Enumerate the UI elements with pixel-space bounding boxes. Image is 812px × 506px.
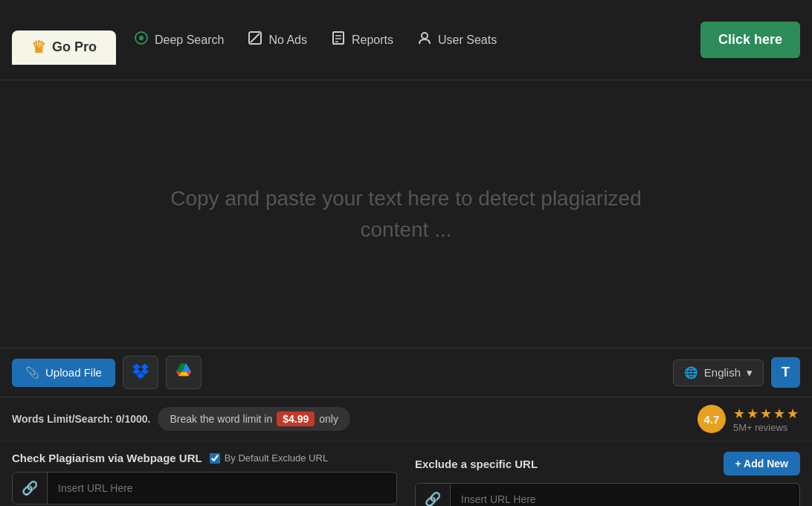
dropbox-icon [132,362,149,382]
url-left-col: Check Plagiarism via Webpage URL By Defa… [12,452,397,505]
feature-no-ads: No Ads [248,31,307,49]
deep-search-icon [134,31,149,49]
checkbox-text: By Default Exclude URL [225,452,328,464]
word-limit-text: Words Limit/Search: 0/1000. [12,413,150,425]
url-input-row-right: 🔗 [415,483,800,506]
user-seats-label: User Seats [438,33,497,47]
promo-suffix: only [319,413,338,425]
gdrive-button[interactable] [166,356,202,389]
go-pro-badge[interactable]: ♛ Go Pro [12,31,116,65]
url-input-right[interactable] [451,486,799,506]
url-left-label: Check Plagiarism via Webpage URL By Defa… [12,452,397,464]
gdrive-icon [175,362,192,382]
rating-stars: ★★★★★ [733,406,800,422]
user-seats-icon [417,31,432,49]
word-limit-promo[interactable]: Break the word limit in $4.99 only [158,407,349,431]
exclude-url-label: Exclude a specific URL [415,458,538,470]
chevron-down-icon: ▾ [747,366,753,380]
link-icon-right: 🔗 [416,484,451,506]
link-icon-left: 🔗 [13,473,48,504]
feature-deep-search: Deep Search [134,31,224,49]
exclude-url-checkbox-label[interactable]: By Default Exclude URL [210,452,328,464]
word-limit-bar: Words Limit/Search: 0/1000. Break the wo… [0,397,812,441]
text-format-icon: T [782,365,790,380]
check-plagiarism-label: Check Plagiarism via Webpage URL [12,452,202,464]
top-features: Deep Search No Ads Reports [134,31,683,49]
feature-user-seats: User Seats [417,31,497,49]
text-input-area[interactable]: Copy and paste your text here to detect … [0,80,812,348]
paperclip-icon: 📎 [25,366,39,380]
url-right-col: Exclude a specific URL + Add New 🔗 [415,452,800,506]
crown-icon: ♛ [31,38,46,57]
review-count: 5M+ reviews [733,422,800,433]
exclude-url-checkbox[interactable] [210,453,220,464]
language-selector[interactable]: 🌐 English ▾ [673,359,764,386]
go-pro-label: Go Pro [52,39,97,55]
no-ads-icon [248,31,262,49]
no-ads-label: No Ads [268,33,307,47]
deep-search-label: Deep Search [155,33,224,47]
url-section: Check Plagiarism via Webpage URL By Defa… [0,441,812,506]
text-format-button[interactable]: T [771,357,800,388]
svg-point-1 [139,36,144,40]
upload-file-label: Upload File [45,366,102,379]
globe-icon: 🌐 [684,366,698,380]
language-label: English [704,366,741,379]
click-here-button[interactable]: Click here [700,22,800,58]
svg-line-3 [251,33,260,42]
feature-reports: Reports [331,31,393,49]
upload-file-button[interactable]: 📎 Upload File [12,359,115,387]
add-new-button[interactable]: + Add New [724,452,800,475]
text-area-placeholder: Copy and paste your text here to detect … [146,183,666,246]
reports-icon [331,31,346,49]
price-badge: $4.99 [277,411,315,426]
dropbox-button[interactable] [123,356,158,389]
top-bar: ♛ Go Pro Deep Search No Ads [0,0,812,80]
rating-score: 4.7 [697,405,726,433]
url-input-row-left: 🔗 [12,472,397,505]
toolbar-right: 🌐 English ▾ T [673,357,800,388]
editor-toolbar: 📎 Upload File 🌐 English ▾ [0,348,812,397]
svg-point-8 [422,33,428,39]
url-right-header: Exclude a specific URL + Add New [415,452,800,475]
promo-prefix: Break the word limit in [170,413,272,425]
rating-section: 4.7 ★★★★★ 5M+ reviews [697,405,800,433]
url-input-left[interactable] [48,475,396,502]
reports-label: Reports [352,33,393,47]
